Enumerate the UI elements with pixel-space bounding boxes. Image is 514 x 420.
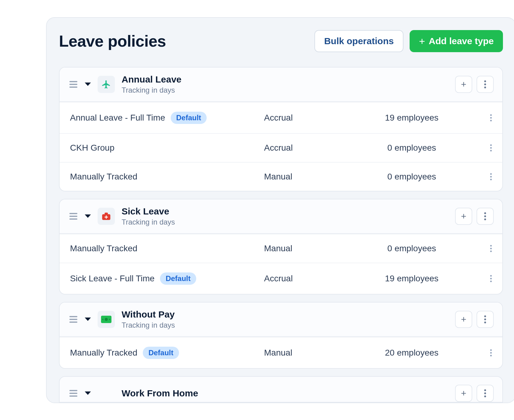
policy-name: Manually Tracked: [70, 172, 137, 182]
group-title: Annual Leave: [122, 74, 455, 85]
group-title: Work From Home: [122, 388, 455, 399]
drag-handle-icon[interactable]: [68, 79, 79, 90]
policy-row[interactable]: Annual Leave - Full Time Default Accrual…: [60, 102, 502, 133]
more-icon: [484, 212, 486, 220]
svg-rect-33: [69, 322, 77, 323]
group-actions: +: [455, 311, 494, 328]
svg-point-30: [490, 280, 492, 282]
group-actions: +: [455, 208, 494, 225]
svg-point-43: [490, 355, 492, 356]
drag-handle-icon[interactable]: [68, 388, 79, 399]
row-menu-button[interactable]: [467, 275, 492, 282]
policy-mode: Manual: [264, 348, 357, 358]
group-menu-button[interactable]: [477, 311, 494, 328]
svg-point-24: [484, 218, 486, 220]
svg-point-14: [490, 179, 492, 180]
group-header-annual: Annual Leave Tracking in days +: [60, 67, 502, 102]
group-title-wrap: Without Pay Tracking in days: [122, 309, 455, 329]
plane-icon: [98, 76, 115, 93]
policy-employees: 0 employees: [357, 172, 466, 182]
policy-row[interactable]: CKH Group Accrual 0 employees: [60, 133, 502, 162]
policy-name-cell: Sick Leave - Full Time Default: [70, 272, 264, 285]
row-menu-button[interactable]: [467, 114, 492, 121]
policy-name-cell: Manually Tracked: [70, 244, 264, 253]
svg-point-41: [490, 349, 492, 351]
add-policy-button[interactable]: +: [455, 208, 472, 225]
chevron-down-icon[interactable]: [84, 389, 92, 398]
plus-icon: +: [461, 211, 466, 222]
svg-rect-21: [105, 217, 108, 218]
chevron-down-icon[interactable]: [84, 212, 92, 221]
policy-name: Sick Leave - Full Time: [70, 274, 154, 283]
policy-mode: Manual: [264, 172, 357, 182]
leave-type-group-wfh: Work From Home +: [59, 376, 503, 403]
bulk-operations-button[interactable]: Bulk operations: [314, 30, 404, 52]
chevron-down-icon[interactable]: [84, 315, 92, 324]
policy-row[interactable]: Manually Tracked Default Manual 20 emplo…: [60, 337, 502, 368]
plus-icon: +: [461, 388, 466, 399]
svg-point-48: [484, 392, 486, 394]
row-menu-button[interactable]: [467, 349, 492, 356]
policy-name-cell: Annual Leave - Full Time Default: [70, 112, 264, 124]
svg-point-22: [484, 212, 486, 214]
svg-point-13: [490, 176, 492, 177]
group-menu-button[interactable]: [477, 76, 494, 93]
policy-name: Manually Tracked: [70, 244, 137, 253]
svg-point-4: [484, 83, 486, 85]
plus-icon: +: [461, 79, 466, 90]
svg-point-5: [484, 87, 486, 88]
policy-row[interactable]: Manually Tracked Manual 0 employees: [60, 162, 502, 191]
group-subtitle: Tracking in days: [122, 86, 455, 94]
policy-row[interactable]: Manually Tracked Manual 0 employees: [60, 234, 502, 263]
header-actions: Bulk operations + Add leave type: [314, 30, 503, 52]
policy-mode: Accrual: [264, 113, 357, 123]
policy-employees: 19 employees: [357, 113, 466, 123]
svg-point-47: [484, 389, 486, 391]
panel-header: Leave policies Bulk operations + Add lea…: [59, 30, 503, 52]
svg-point-11: [490, 150, 492, 151]
group-title: Sick Leave: [122, 206, 455, 217]
svg-point-8: [490, 120, 492, 121]
group-title-wrap: Sick Leave Tracking in days: [122, 206, 455, 226]
add-policy-button[interactable]: +: [455, 311, 472, 328]
group-title-wrap: Annual Leave Tracking in days: [122, 74, 455, 94]
leave-type-group-sick: Sick Leave Tracking in days + Manually T…: [59, 199, 503, 295]
svg-point-49: [484, 395, 486, 397]
svg-point-3: [484, 80, 486, 82]
group-title: Without Pay: [122, 309, 455, 320]
policy-row[interactable]: Sick Leave - Full Time Default Accrual 1…: [60, 263, 502, 294]
svg-point-7: [490, 117, 492, 118]
policy-name-cell: Manually Tracked: [70, 172, 264, 182]
svg-rect-45: [69, 393, 77, 394]
group-subtitle: Tracking in days: [122, 321, 455, 329]
default-badge: Default: [171, 112, 207, 124]
svg-point-25: [490, 245, 492, 246]
row-menu-button[interactable]: [467, 245, 492, 252]
leave-type-group-without-pay: Without Pay Tracking in days + Manually …: [59, 302, 503, 369]
group-menu-button[interactable]: [477, 208, 494, 225]
svg-point-27: [490, 250, 492, 252]
group-header-without-pay: Without Pay Tracking in days +: [60, 302, 502, 337]
svg-point-36: [102, 319, 103, 320]
chevron-down-icon[interactable]: [84, 80, 92, 89]
add-policy-button[interactable]: +: [455, 76, 472, 93]
svg-point-28: [490, 275, 492, 276]
page-title: Leave policies: [59, 32, 166, 50]
add-leave-type-label: Add leave type: [429, 36, 494, 46]
row-menu-button[interactable]: [467, 144, 492, 152]
svg-rect-16: [69, 216, 77, 217]
more-icon: [490, 245, 492, 252]
cash-icon: [98, 311, 115, 328]
drag-handle-icon[interactable]: [68, 314, 79, 325]
svg-point-40: [484, 322, 486, 323]
policy-name-cell: Manually Tracked Default: [70, 347, 264, 359]
row-menu-button[interactable]: [467, 173, 492, 180]
add-policy-button[interactable]: +: [455, 385, 472, 402]
drag-handle-icon[interactable]: [68, 211, 79, 222]
group-actions: +: [455, 76, 494, 93]
group-menu-button[interactable]: [477, 385, 494, 402]
plus-icon: +: [461, 314, 466, 325]
policy-employees: 19 employees: [357, 274, 466, 283]
more-icon: [484, 80, 486, 88]
add-leave-type-button[interactable]: + Add leave type: [410, 30, 503, 52]
